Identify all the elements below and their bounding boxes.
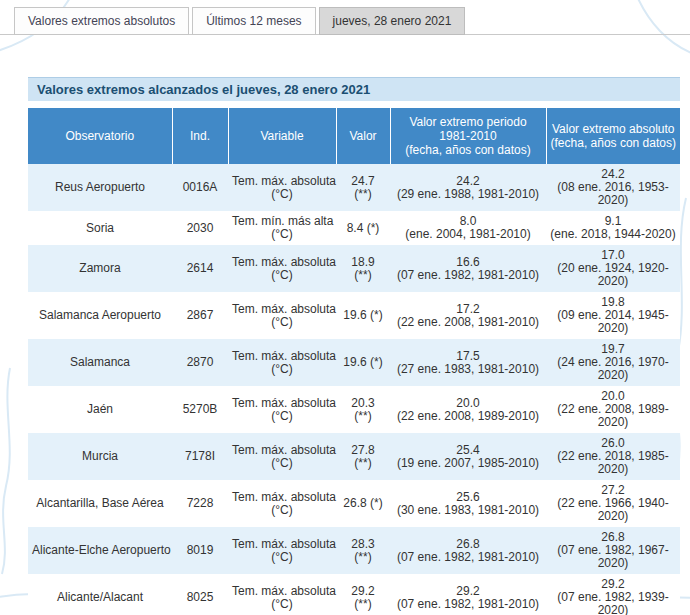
cell-variable: Tem. máx. absoluta (°C) [228,433,336,480]
absoluto-detail: (24 ene. 2016, 1970-2020) [550,356,676,382]
cell-valor: 19.6 (*) [336,292,390,339]
cell-valor: 28.3 (**) [336,527,390,574]
col-header-label: Observatorio [65,129,134,143]
cell-valor: 8.4 (*) [336,211,390,245]
cell-valor-extremo-absoluto: 24.2 (08 ene. 2016, 1953-2020) [546,164,680,211]
absoluto-detail: (22 ene. 1966, 1940-2020) [550,497,676,523]
tab-jueves-28-enero-2021[interactable]: jueves, 28 enero 2021 [319,7,466,35]
valor-value: 26.8 (*) [340,497,386,510]
col-header-subtext: (fecha, años con datos) [551,136,677,150]
variable-name: Tem. máx. absoluta [232,538,332,551]
valor-value: 29.2 [340,585,386,598]
table-row: Alcantarilla, Base Aérea 7228 Tem. máx. … [28,480,680,527]
cell-valor-extremo-periodo: 8.0 (ene. 2004, 1981-2010) [390,211,546,245]
table-row: Salamanca 2870 Tem. máx. absoluta (°C) 1… [28,339,680,386]
valor-value: 27.8 [340,444,386,457]
cell-valor-extremo-periodo: 25.6 (30 ene. 1983, 1981-2010) [390,480,546,527]
table-row: Salamanca Aeropuerto 2867 Tem. máx. abso… [28,292,680,339]
valor-flag: (**) [340,457,386,470]
valor-flag: (**) [340,598,386,611]
periodo-detail: (29 ene. 1988, 1981-2010) [394,188,542,201]
cell-valor-extremo-absoluto: 19.8 (09 ene. 2014, 1945-2020) [546,292,680,339]
variable-unit: (°C) [232,457,332,470]
cell-observatorio: Alicante/Alacant [28,574,172,615]
col-header-ind: Ind. [172,108,228,164]
periodo-detail: (07 ene. 1982, 1981-2010) [394,269,542,282]
periodo-detail: (07 ene. 1982, 1981-2010) [394,598,542,611]
absoluto-detail: (22 ene. 2018, 1985-2020) [550,450,676,476]
valor-value: 19.6 (*) [340,309,386,322]
variable-name: Tem. máx. absoluta [232,444,332,457]
periodo-value: 17.5 [394,350,542,363]
cell-valor: 19.6 (*) [336,339,390,386]
absoluto-detail: (20 ene. 1924, 1920-2020) [550,262,676,288]
cell-valor-extremo-periodo: 25.4 (19 ene. 2007, 1985-2010) [390,433,546,480]
cell-variable: Tem. mín. más alta (°C) [228,211,336,245]
tab-valores-extremos-absolutos[interactable]: Valores extremos absolutos [14,7,189,35]
absoluto-detail: (07 ene. 1982, 1967-2020) [550,544,676,570]
valor-value: 8.4 (*) [340,222,386,235]
col-header-label: Valor extremo periodo 1981-2010 [409,115,526,143]
valor-value: 28.3 [340,538,386,551]
cell-observatorio: Murcia [28,433,172,480]
cell-variable: Tem. máx. absoluta (°C) [228,386,336,433]
extremes-table: Observatorio Ind. Variable Valor [28,108,680,615]
periodo-value: 20.0 [394,397,542,410]
variable-unit: (°C) [232,504,332,517]
periodo-value: 25.4 [394,444,542,457]
cell-variable: Tem. máx. absoluta (°C) [228,245,336,292]
periodo-value: 26.8 [394,538,542,551]
cell-variable: Tem. máx. absoluta (°C) [228,527,336,574]
absoluto-detail: (22 ene. 2008, 1989-2020) [550,403,676,429]
variable-name: Tem. máx. absoluta [232,303,332,316]
variable-name: Tem. máx. absoluta [232,175,332,188]
col-header-valor: Valor [336,108,390,164]
table-row: Reus Aeropuerto 0016A Tem. máx. absoluta… [28,164,680,211]
cell-valor-extremo-absoluto: 26.0 (22 ene. 2018, 1985-2020) [546,433,680,480]
cell-valor-extremo-periodo: 20.0 (22 ene. 2008, 1989-2010) [390,386,546,433]
cell-valor-extremo-periodo: 16.6 (07 ene. 1982, 1981-2010) [390,245,546,292]
cell-valor-extremo-periodo: 29.2 (07 ene. 1982, 1981-2010) [390,574,546,615]
periodo-value: 16.6 [394,256,542,269]
cell-indicativo: 0016A [172,164,228,211]
variable-unit: (°C) [232,363,332,376]
col-header-label: Ind. [190,129,210,143]
col-header-valor-extremo-absoluto: Valor extremo absoluto (fecha, años con … [546,108,680,164]
col-header-label: Variable [260,129,303,143]
col-header-valor-extremo-periodo: Valor extremo periodo 1981-2010 (fecha, … [390,108,546,164]
cell-valor-extremo-periodo: 17.2 (22 ene. 2008, 1981-2010) [390,292,546,339]
variable-name: Tem. máx. absoluta [232,397,332,410]
cell-valor-extremo-periodo: 26.8 (07 ene. 1982, 1981-2010) [390,527,546,574]
cell-valor-extremo-absoluto: 19.7 (24 ene. 2016, 1970-2020) [546,339,680,386]
header-row: Observatorio Ind. Variable Valor [28,108,680,164]
absoluto-detail: (07 ene. 1982, 1939-2020) [550,591,676,615]
cell-indicativo: 8025 [172,574,228,615]
periodo-value: 25.6 [394,491,542,504]
cell-observatorio: Salamanca Aeropuerto [28,292,172,339]
tab-ultimos-12-meses[interactable]: Últimos 12 meses [192,7,315,35]
page: Valores extremos absolutos Últimos 12 me… [0,0,690,615]
variable-name: Tem. máx. absoluta [232,585,332,598]
variable-unit: (°C) [232,188,332,201]
absoluto-detail: (08 ene. 2016, 1953-2020) [550,181,676,207]
valor-value: 18.9 [340,256,386,269]
cell-variable: Tem. máx. absoluta (°C) [228,164,336,211]
cell-observatorio: Salamanca [28,339,172,386]
variable-unit: (°C) [232,228,332,241]
cell-indicativo: 7228 [172,480,228,527]
cell-variable: Tem. máx. absoluta (°C) [228,480,336,527]
cell-valor-extremo-absoluto: 26.8 (07 ene. 1982, 1967-2020) [546,527,680,574]
col-header-subtext: (fecha, años con datos) [395,143,542,157]
periodo-detail: (30 ene. 1983, 1981-2010) [394,504,542,517]
cell-variable: Tem. máx. absoluta (°C) [228,292,336,339]
cell-valor: 20.3 (**) [336,386,390,433]
variable-name: Tem. máx. absoluta [232,350,332,363]
cell-variable: Tem. máx. absoluta (°C) [228,339,336,386]
variable-unit: (°C) [232,410,332,423]
variable-unit: (°C) [232,598,332,611]
table-row: Soria 2030 Tem. mín. más alta (°C) 8.4 (… [28,211,680,245]
periodo-detail: (19 ene. 2007, 1985-2010) [394,457,542,470]
col-header-observatorio: Observatorio [28,108,172,164]
cell-observatorio: Reus Aeropuerto [28,164,172,211]
valor-value: 19.6 (*) [340,356,386,369]
